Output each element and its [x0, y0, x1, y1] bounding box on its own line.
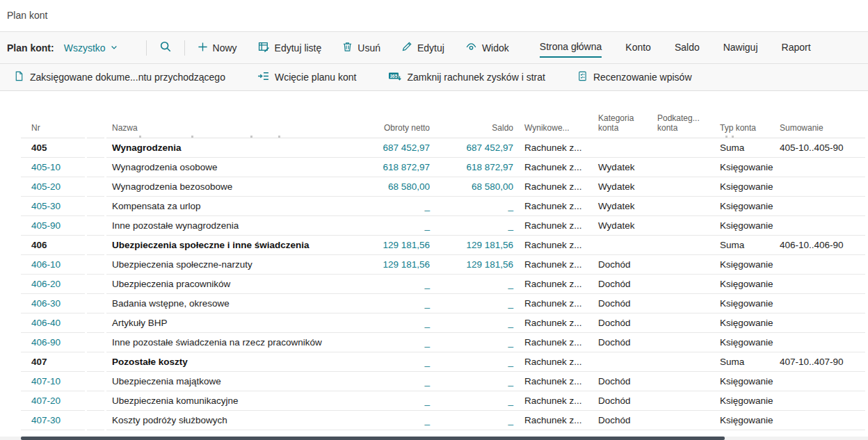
- review-entries-button[interactable]: Recenzowanie wpisów: [577, 70, 692, 84]
- balance-link[interactable]: 129 181,56: [466, 259, 513, 270]
- net-change-link[interactable]: _: [424, 220, 430, 231]
- net-change-link[interactable]: _: [424, 415, 430, 425]
- account-no-link[interactable]: 407-10: [31, 376, 61, 386]
- table-row[interactable]: 406-20 Ubezpieczenia pracowników _ _ Rac…: [0, 275, 868, 294]
- balance-link[interactable]: _: [508, 337, 513, 348]
- search-button[interactable]: [159, 40, 172, 55]
- net-change-link[interactable]: 68 580,00: [388, 181, 430, 192]
- account-subcategory-cell: [652, 372, 714, 391]
- balance-link[interactable]: _: [508, 318, 513, 328]
- balance-link[interactable]: 68 580,00: [472, 181, 513, 192]
- posted-incoming-document-button[interactable]: Zaksięgowane dokume...ntu przychodzącego: [14, 70, 225, 84]
- account-category-cell: Dochód: [593, 275, 652, 294]
- balance-link[interactable]: _: [508, 279, 513, 289]
- tab-konto[interactable]: Konto: [625, 39, 651, 57]
- net-change-link[interactable]: 129 181,56: [383, 240, 430, 250]
- account-no-link[interactable]: 406-90: [31, 337, 61, 348]
- balance-link[interactable]: _: [508, 357, 513, 367]
- view-button[interactable]: Widok: [465, 41, 509, 55]
- horizontal-scrollbar: [0, 437, 868, 440]
- view-filter-dropdown[interactable]: Wszystko: [64, 42, 118, 54]
- balance-link[interactable]: _: [508, 220, 513, 231]
- table-row[interactable]: 405-20 Wynagrodzenia bezosobowe 68 580,0…: [0, 177, 868, 197]
- balance-link[interactable]: 129 181,56: [466, 240, 513, 250]
- income-balance-cell: Rachunek z...: [515, 197, 593, 216]
- column-header-saldo[interactable]: Saldo: [431, 123, 515, 138]
- balance-link[interactable]: _: [508, 376, 513, 386]
- net-change-link[interactable]: _: [424, 337, 430, 348]
- table-row[interactable]: 407-20 Ubezpieczenia komunikacyjne _ _ R…: [0, 391, 868, 411]
- indent-chart-of-accounts-button[interactable]: Wcięcie planu kont: [257, 70, 357, 84]
- table-row[interactable]: 406-40 Artykuły BHP _ _ Rachunek z... Do…: [0, 313, 868, 333]
- horizontal-scrollbar-thumb[interactable]: [21, 437, 725, 440]
- income-balance-cell: Rachunek z...: [515, 158, 593, 177]
- column-header-kategoria[interactable]: Kategoria konta: [593, 113, 652, 138]
- account-type-cell: Księgowanie: [714, 372, 774, 391]
- tab-raport[interactable]: Raport: [782, 39, 811, 57]
- table-row[interactable]: 407-10 Ubezpieczenia majątkowe _ _ Rachu…: [0, 372, 868, 391]
- table-row[interactable]: 406 Ubezpieczenia społeczne i inne świad…: [0, 236, 868, 255]
- net-change-link[interactable]: _: [424, 318, 430, 328]
- net-change-link[interactable]: 687 452,97: [383, 142, 430, 153]
- table-row[interactable]: 405-30 Kompensata za urlop _ _ Rachunek …: [0, 197, 868, 216]
- net-change-link[interactable]: _: [424, 357, 430, 367]
- column-header-typ-konta[interactable]: Typ konta: [714, 123, 774, 138]
- column-header-obroty-netto[interactable]: Obroty netto: [337, 123, 431, 138]
- table-row[interactable]: 405 Wynagrodzenia 687 452,97 687 452,97 …: [0, 138, 868, 158]
- balance-link[interactable]: _: [508, 298, 513, 309]
- table-row[interactable]: 407-30 Koszty podróży służbowych _ _ Rac…: [0, 411, 868, 430]
- table-row[interactable]: 407 Pozostałe koszty _ _ Rachunek z... S…: [0, 352, 868, 372]
- tab-saldo[interactable]: Saldo: [675, 39, 700, 57]
- account-no-link[interactable]: 407-30: [31, 415, 61, 425]
- column-header-podkategoria[interactable]: Podkateg... konta: [652, 113, 714, 138]
- net-change-link[interactable]: _: [424, 396, 430, 406]
- net-change-link[interactable]: 129 181,56: [383, 259, 430, 270]
- table-row[interactable]: 405-90 Inne pozostałe wynagrodzenia _ _ …: [0, 216, 868, 236]
- table-row[interactable]: 406-30 Badania wstępne, okresowe _ _ Rac…: [0, 294, 868, 313]
- column-header-sumowanie[interactable]: Sumowanie: [774, 123, 865, 138]
- edit-list-button[interactable]: Edytuj listę: [258, 41, 322, 55]
- account-category-cell: Dochód: [593, 313, 652, 333]
- account-no-link[interactable]: 405: [31, 142, 47, 153]
- income-balance-cell: Rachunek z...: [515, 391, 593, 411]
- account-no-link[interactable]: 406-20: [31, 279, 61, 289]
- view-filter-value: Wszystko: [64, 42, 106, 54]
- delete-button[interactable]: Usuń: [342, 41, 380, 54]
- account-no-link[interactable]: 406-30: [31, 298, 61, 309]
- account-no-link[interactable]: 405-30: [31, 201, 61, 211]
- net-change-link[interactable]: _: [424, 298, 430, 309]
- close-income-statement-label: Zamknij rachunek zysków i strat: [407, 72, 545, 83]
- balance-link[interactable]: 687 452,97: [466, 142, 513, 153]
- balance-link[interactable]: _: [508, 415, 513, 425]
- table-row[interactable]: 406-90 Inne pozostałe świadczenia na rze…: [0, 333, 868, 352]
- account-no-link[interactable]: 405-10: [31, 162, 61, 172]
- tab-strona-glowna[interactable]: Strona główna: [540, 38, 602, 58]
- menu-tabs: Strona główna Konto Saldo Nawiguj Raport: [540, 38, 811, 58]
- column-header-wynikowe[interactable]: Wynikowe...: [515, 123, 593, 138]
- balance-link[interactable]: _: [508, 201, 513, 211]
- account-no-link[interactable]: 406-40: [31, 318, 61, 328]
- net-change-link[interactable]: _: [424, 376, 430, 386]
- edit-button[interactable]: Edytuj: [401, 41, 444, 54]
- row-spacer-cell: [87, 255, 104, 275]
- account-no-link[interactable]: 407: [31, 357, 47, 367]
- account-no-link[interactable]: 405-20: [31, 181, 61, 192]
- net-change-link[interactable]: 618 872,97: [383, 162, 430, 172]
- new-button[interactable]: Nowy: [198, 42, 237, 54]
- table-row[interactable]: 406-10 Ubezpieczenia społeczne-narzuty 1…: [0, 255, 868, 275]
- table-row[interactable]: 405-10 Wynagrodzenia osobowe 618 872,97 …: [0, 158, 868, 177]
- close-income-statement-button[interactable]: 365 Zamknij rachunek zysków i strat: [388, 70, 545, 84]
- balance-link[interactable]: _: [508, 396, 513, 406]
- account-type-cell: Suma: [714, 138, 774, 158]
- account-no-link[interactable]: 406-10: [31, 259, 61, 270]
- account-no-link[interactable]: 405-90: [31, 220, 61, 231]
- tab-nawiguj[interactable]: Nawiguj: [723, 39, 758, 57]
- column-header-nr[interactable]: Nr: [21, 123, 85, 138]
- net-change-link[interactable]: _: [424, 201, 430, 211]
- account-no-link[interactable]: 407-20: [31, 396, 61, 406]
- table-header-row: Nr Nazwa Obroty netto Saldo Wynikowe... …: [0, 106, 868, 138]
- main-toolbar: Plan kont: Wszystko Nowy Edytuj listę Us…: [0, 31, 868, 64]
- net-change-link[interactable]: _: [424, 279, 430, 289]
- account-no-link[interactable]: 406: [31, 240, 47, 250]
- balance-link[interactable]: 618 872,97: [466, 162, 513, 172]
